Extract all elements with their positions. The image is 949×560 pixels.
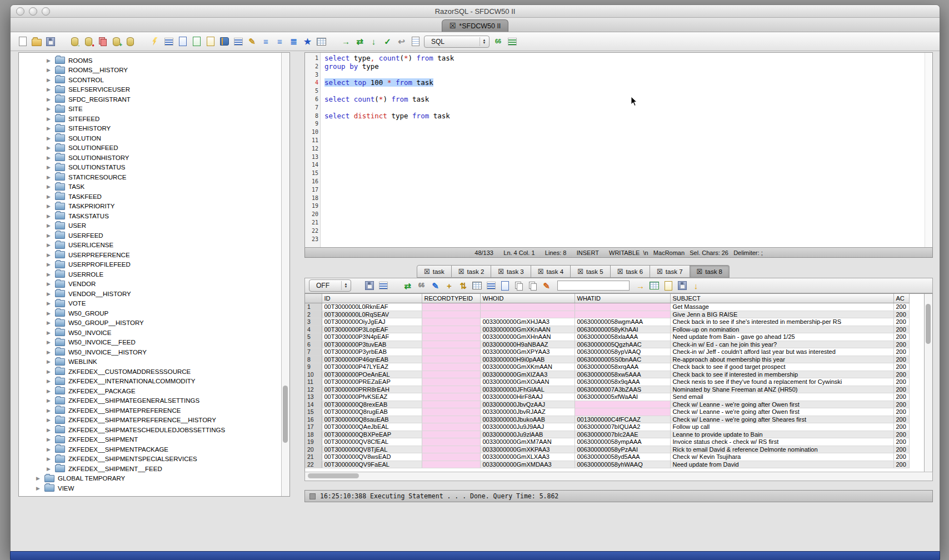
tree-item-userprofilefeed[interactable]: ▶USERPROFILEFEED [19, 260, 281, 270]
row-number-cell[interactable]: 8 [305, 356, 322, 363]
code-line[interactable] [324, 87, 925, 96]
table-cell[interactable] [422, 378, 480, 386]
table-cell[interactable]: 0033000000JbvRJAAZ [480, 408, 575, 416]
table-cell[interactable]: 006300000058xrqAAA [575, 363, 670, 371]
tree-item-vendor[interactable]: ▶VENDOR [19, 279, 281, 289]
disclosure-triangle-icon[interactable]: ▶ [47, 97, 55, 102]
table-row[interactable]: 500T3000000P3N4pEAF0033000000GmXHnAAN006… [305, 333, 909, 341]
disclosure-triangle-icon[interactable]: ▶ [47, 330, 55, 336]
table-cell[interactable]: Check-in w/ Ed - can he join this year? [670, 341, 893, 348]
table-cell[interactable]: 200 [893, 401, 909, 408]
disclosure-triangle-icon[interactable]: ▶ [47, 378, 55, 384]
disclosure-triangle-icon[interactable]: ▶ [47, 408, 55, 413]
tree-item-sitefeed[interactable]: ▶SITEFEED [19, 114, 281, 124]
tree-item-zkfedex__shipmategeneralsettings[interactable]: ▶ZKFEDEX__SHIPMATEGENERALSETTINGS [19, 396, 281, 406]
results-vertical-scrollbar[interactable] [924, 294, 932, 472]
table-cell[interactable]: 006300000058ypVAAQ [575, 348, 670, 356]
code-line[interactable] [324, 211, 925, 219]
tree-item-solutionfeed[interactable]: ▶SOLUTIONFEED [19, 143, 281, 153]
table-cell[interactable]: 006300000058yd5AAA [575, 453, 670, 461]
table-cell[interactable] [480, 303, 575, 311]
tree-item-user[interactable]: ▶USER [19, 221, 281, 231]
table-cell[interactable]: 00T3000000OiyJgEAJ [322, 318, 422, 326]
table-cell[interactable] [422, 356, 480, 363]
row-list-icon[interactable] [233, 36, 243, 47]
table-cell[interactable] [422, 423, 480, 431]
disclosure-triangle-icon[interactable]: ▶ [47, 126, 55, 131]
disclosure-triangle-icon[interactable]: ▶ [47, 233, 55, 238]
editor-scrollbar[interactable] [925, 53, 932, 247]
table-cell[interactable]: 0033000000Ju9J9AAJ [480, 423, 575, 431]
table-cell[interactable]: 006300000058xw5AAA [575, 371, 670, 378]
code-line[interactable]: select distinct type from task [324, 112, 925, 121]
table-cell[interactable]: 200 [893, 453, 909, 461]
disclosure-triangle-icon[interactable]: ▶ [47, 456, 55, 462]
table-cell[interactable]: 00T3000000QV8CfEAL [322, 438, 422, 446]
sql-history-icon[interactable] [410, 36, 421, 47]
tree-item-vote[interactable]: ▶VOTE [19, 299, 281, 309]
execute-forward-icon[interactable]: → [341, 36, 351, 47]
row-number-cell[interactable]: 11 [305, 378, 322, 386]
tree-item-userpreference[interactable]: ▶USERPREFERENCE [19, 250, 281, 260]
table-cell[interactable]: 200 [893, 326, 909, 333]
table-cell[interactable] [422, 393, 480, 401]
tree-item-taskstatus[interactable]: ▶TASKSTATUS [19, 211, 281, 221]
disclosure-triangle-icon[interactable]: ▶ [47, 174, 55, 180]
export-results-icon[interactable] [649, 281, 660, 291]
row-number-cell[interactable]: 1 [305, 303, 322, 311]
copy-rows-icon[interactable] [513, 281, 524, 291]
tree-item-userfeed[interactable]: ▶USERFEED [19, 231, 281, 241]
table-cell[interactable]: 0033000000Ju9zlAAB [480, 431, 575, 438]
table-cell[interactable] [422, 311, 480, 318]
table-cell[interactable]: Check w/ Leanne - we're going after Shea… [670, 416, 893, 423]
find-next-icon[interactable]: → [635, 281, 646, 291]
table-cell[interactable]: 006300000058yKhAAI [575, 326, 670, 333]
tree-item-zkfedex__shipmatescheduledjobssettings[interactable]: ▶ZKFEDEX__SHIPMATESCHEDULEDJOBSSETTINGS [19, 425, 281, 435]
disconnect-database-icon[interactable] [83, 36, 94, 47]
table-cell[interactable]: Check back in to see if she's interested… [670, 318, 893, 326]
table-cell[interactable]: 00630000007A3bZAAS [575, 386, 670, 393]
table-cell[interactable]: 00630000005S0bnAAC [575, 356, 670, 363]
table-cell[interactable]: 00630000007bIQUAA2 [575, 423, 670, 431]
export-table-icon[interactable] [316, 36, 327, 47]
table-cell[interactable] [575, 401, 670, 408]
column-header-whatid[interactable]: WHATID [575, 294, 670, 303]
table-row[interactable]: 1000T3000000POeAnEAL0033000000GmXIZAA300… [305, 371, 909, 378]
table-cell[interactable]: 00630000007bIc2AAE [575, 431, 670, 438]
results-tab-task-5[interactable]: ☒task 5 [571, 265, 610, 278]
tree-item-taskfeed[interactable]: ▶TASKFEED [19, 192, 281, 202]
disclosure-triangle-icon[interactable]: ▶ [47, 437, 55, 442]
table-cell[interactable]: Give Jenn a BIG RAISE [670, 311, 893, 318]
table-cell[interactable]: 200 [893, 333, 909, 341]
table-cell[interactable]: 200 [893, 393, 909, 401]
table-cell[interactable]: 006300000058wgmAAA [575, 318, 670, 326]
table-cell[interactable] [575, 303, 670, 311]
results-tab-task-4[interactable]: ☒task 4 [531, 265, 571, 278]
disclosure-triangle-icon[interactable]: ▶ [47, 106, 55, 112]
table-cell[interactable]: 0033000000GmXPYAA3 [480, 348, 575, 356]
sql-code-area[interactable]: select type, count(*) from taskgroup by … [321, 53, 925, 247]
table-cell[interactable]: 0033000000GmXIZAA3 [480, 371, 575, 378]
table-cell[interactable] [422, 453, 480, 461]
table-cell[interactable]: 00T3000000QV9FaEAL [322, 461, 422, 468]
disclosure-triangle-icon[interactable]: ▶ [47, 339, 55, 345]
table-row[interactable]: 1300T3000000PfvKSEAZ0033000000HirF8AAJ00… [305, 393, 909, 401]
table-cell[interactable] [422, 408, 480, 416]
row-number-cell[interactable]: 19 [305, 438, 322, 446]
indent-right-icon[interactable]: ≡ [274, 36, 285, 47]
row-number-cell[interactable]: 17 [305, 423, 322, 431]
table-cell[interactable]: 00T3000000P3N4pEAF [322, 333, 422, 341]
table-cell[interactable]: Invoice status check - check w/ RS first [670, 438, 893, 446]
table-cell[interactable]: 0033000000H9i0pAAB [480, 356, 575, 363]
table-row[interactable]: 1700T3000000QAeJbEAL0033000000Ju9J9AAJ00… [305, 423, 909, 431]
disclosure-triangle-icon[interactable]: ▶ [47, 155, 55, 161]
disclosure-triangle-icon[interactable]: ▶ [47, 184, 55, 189]
insert-row-icon[interactable]: + [444, 281, 454, 291]
tree-item-w50_invoice__history[interactable]: ▶W50_INVOICE__HISTORY [19, 347, 281, 357]
table-cell[interactable]: 00T3000000PREZaEAP [322, 378, 422, 386]
close-tab-icon[interactable]: ☒ [458, 268, 464, 276]
tree-item-zkfedex__package[interactable]: ▶ZKFEDEX__PACKAGE [19, 386, 281, 396]
table-cell[interactable]: 0033000000GmXHJAA3 [480, 318, 575, 326]
table-cell[interactable]: Rick to email David & reference Delmonte… [670, 446, 893, 453]
tree-item-zkfedex__shipmatepreference__history[interactable]: ▶ZKFEDEX__SHIPMATEPREFERENCE__HISTORY [19, 416, 281, 426]
